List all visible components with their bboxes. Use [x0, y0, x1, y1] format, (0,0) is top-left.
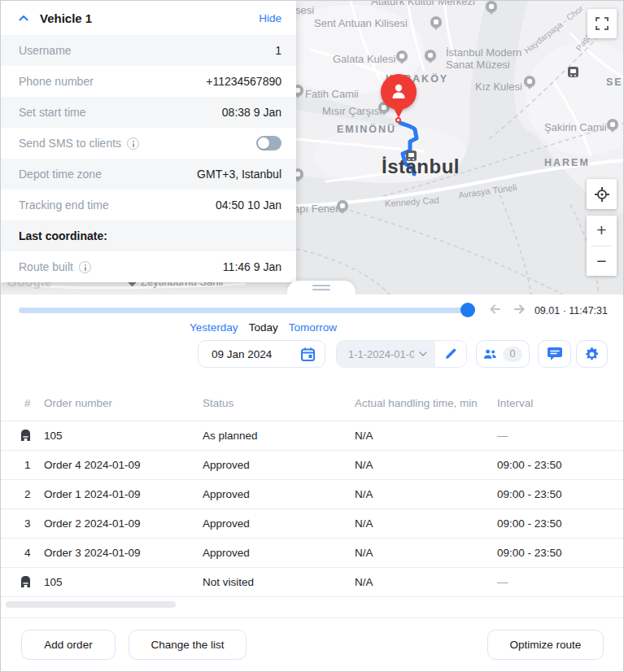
- footer-divider: [1, 617, 624, 618]
- header-num: #: [24, 397, 31, 409]
- settings-button[interactable]: [576, 340, 608, 368]
- cell-order: 105: [44, 430, 63, 442]
- cell-num: 2: [24, 488, 31, 500]
- map-label-sel: SEL: [606, 76, 624, 88]
- route-built-label-text: Route built: [19, 260, 73, 273]
- route-built-label: Route built: [19, 260, 91, 273]
- header-interval: Interval: [497, 397, 533, 409]
- cell-interval: 09:00 - 23:50: [497, 517, 562, 530]
- tracking-end-label: Tracking end time: [19, 199, 109, 212]
- timeline-slider-track[interactable]: [19, 308, 475, 313]
- calendar-icon: [301, 347, 315, 361]
- zoom-in-button[interactable]: +: [587, 216, 617, 246]
- sheet-drag-handle[interactable]: [287, 281, 356, 295]
- courier-marker[interactable]: [381, 74, 417, 110]
- cell-order: Order 2 2024-01-09: [44, 517, 141, 530]
- museum-pin-icon: [425, 50, 436, 61]
- church-pin-icon: [430, 16, 442, 28]
- tracking-end-value: 04:50 10 Jan: [216, 199, 281, 212]
- chat-button[interactable]: [538, 340, 571, 368]
- courier-marker-point: [395, 117, 401, 123]
- horizontal-scrollbar[interactable]: [6, 601, 176, 608]
- drag-handle-icon: [312, 289, 330, 290]
- zoom-out-button[interactable]: −: [587, 247, 617, 277]
- send-sms-label-text: Send SMS to clients: [19, 137, 121, 150]
- cell-status: Approved: [203, 488, 250, 500]
- start-time-value: 08:38 9 Jan: [222, 106, 281, 119]
- optimize-route-button[interactable]: Optimize route: [487, 630, 604, 660]
- day-links: Yesterday Today Tomorrow: [1, 321, 526, 334]
- table-row-order[interactable]: 3 Order 2 2024-01-09 Approved N/A 09:00 …: [1, 509, 624, 539]
- map-label-istanbul: İstanbul: [382, 155, 460, 178]
- map-label-feneri: apı Feneri: [294, 203, 342, 215]
- table-row-order[interactable]: 2 Order 1 2024-01-09 Approved N/A 09:00 …: [1, 480, 624, 509]
- table-row-depot-start[interactable]: 105 As planned N/A —: [1, 421, 624, 451]
- map-label-eminonu: EMINÖNÜ: [337, 124, 396, 135]
- orders-table-header: # Order number Status Actual handling ti…: [1, 386, 624, 421]
- vehicle-title: Vehicle 1: [40, 11, 259, 25]
- timeline-timestamp: 09.01 · 11:47:31: [535, 305, 608, 316]
- couriers-button[interactable]: 0: [476, 340, 530, 368]
- day-link-yesterday[interactable]: Yesterday: [190, 321, 238, 334]
- phone-value: +11234567890: [206, 75, 281, 88]
- timeline-next-button[interactable]: [513, 303, 527, 316]
- cell-time: N/A: [355, 547, 373, 559]
- hide-link[interactable]: Hide: [259, 12, 281, 24]
- cell-interval: 09:00 - 23:50: [497, 488, 562, 500]
- cell-order: 105: [44, 576, 63, 588]
- cell-status: Not visited: [203, 576, 254, 588]
- tower-pin-icon: [396, 50, 408, 62]
- cell-interval: —: [497, 430, 508, 442]
- map-label-ataturk: Atatürk Kültür Merkezi: [371, 1, 475, 7]
- cell-order: Order 1 2024-01-09: [44, 488, 141, 500]
- header-order-number: Order number: [44, 397, 112, 409]
- day-link-tomorrow[interactable]: Tomorrow: [289, 321, 337, 334]
- info-icon[interactable]: [79, 261, 91, 273]
- info-icon[interactable]: [127, 137, 139, 150]
- cell-interval: 09:00 - 23:50: [497, 459, 562, 471]
- chevron-up-icon[interactable]: [19, 15, 28, 21]
- day-link-today[interactable]: Today: [249, 321, 278, 334]
- add-order-button[interactable]: Add order: [21, 630, 116, 660]
- row-timezone: Depot time zone GMT+3, Istanbul: [1, 159, 296, 190]
- row-last-coordinate: Last coordinate:: [1, 220, 296, 251]
- kiz-kulesi-pin-icon: [524, 76, 535, 87]
- send-sms-label: Send SMS to clients: [19, 137, 139, 150]
- change-list-button[interactable]: Change the list: [129, 630, 247, 660]
- person-icon: [390, 82, 408, 100]
- chat-icon: [548, 347, 562, 361]
- map-label-istanbul-modern: İstanbul Modern Sanat Müzesi: [446, 46, 521, 71]
- poi-pin-icon: [486, 1, 497, 12]
- cell-time: N/A: [355, 576, 373, 588]
- edit-route-name-button[interactable]: [435, 341, 466, 367]
- locate-me-button[interactable]: [587, 179, 617, 209]
- cell-interval: —: [497, 576, 508, 588]
- table-row-order[interactable]: 1 Order 4 2024-01-09 Approved N/A 09:00 …: [1, 451, 624, 480]
- timezone-label: Depot time zone: [19, 168, 102, 181]
- map-label-misir: Mısır Çarşısı: [322, 105, 382, 117]
- cell-num: 1: [24, 459, 31, 471]
- zoom-control: + −: [587, 216, 617, 276]
- table-row-order[interactable]: 4 Order 3 2024-01-09 Approved N/A 09:00 …: [1, 539, 624, 568]
- arrow-right-icon: [513, 303, 526, 315]
- cell-status: Approved: [203, 517, 250, 530]
- map-label-istanbul-modern-line2: Sanat Müzesi: [446, 59, 510, 71]
- table-row-depot-end[interactable]: 105 Not visited N/A —: [1, 568, 624, 597]
- route-select-dropdown[interactable]: 1-1-2024-01-09: [337, 341, 435, 367]
- date-picker-field[interactable]: 09 Jan 2024: [198, 340, 325, 368]
- cell-status: Approved: [203, 459, 250, 471]
- row-username: Username 1: [1, 35, 296, 66]
- transit-station-icon: [568, 67, 578, 77]
- route-select-group: 1-1-2024-01-09: [336, 340, 467, 368]
- locate-icon: [595, 187, 609, 202]
- header-handling-time: Actual handling time, min: [355, 397, 478, 409]
- depot-icon: [20, 430, 31, 442]
- username-label: Username: [19, 44, 72, 57]
- header-status: Status: [203, 397, 233, 409]
- timeline-prev-button[interactable]: [487, 303, 502, 316]
- fullscreen-button[interactable]: [587, 9, 617, 38]
- cell-status: Approved: [203, 547, 250, 559]
- sms-toggle[interactable]: [256, 136, 281, 151]
- timeline-slider-thumb[interactable]: [460, 303, 475, 317]
- cell-num: 4: [24, 547, 31, 559]
